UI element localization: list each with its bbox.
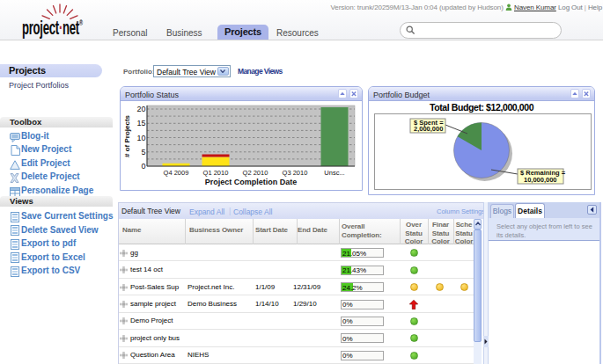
svg-text:Project Completion Date: Project Completion Date [205,178,298,186]
svg-text:20: 20 [136,105,145,113]
svg-text:10: 10 [136,134,145,142]
svg-text:Q4 2009: Q4 2009 [164,169,189,177]
svg-text:5: 5 [141,148,145,157]
svg-text:10,000,000: 10,000,000 [524,176,557,184]
svg-text:Q3 2010: Q3 2010 [283,169,308,177]
svg-text:# of Projects: # of Projects [123,114,131,157]
svg-text:Q2 2010: Q2 2010 [243,169,268,177]
svg-text:Q1 2010: Q1 2010 [203,169,229,177]
svg-text:Unsc...: Unsc... [324,169,344,177]
svg-text:15: 15 [136,119,145,127]
svg-text:2,000,000: 2,000,000 [414,125,443,133]
svg-text:0: 0 [141,162,145,171]
